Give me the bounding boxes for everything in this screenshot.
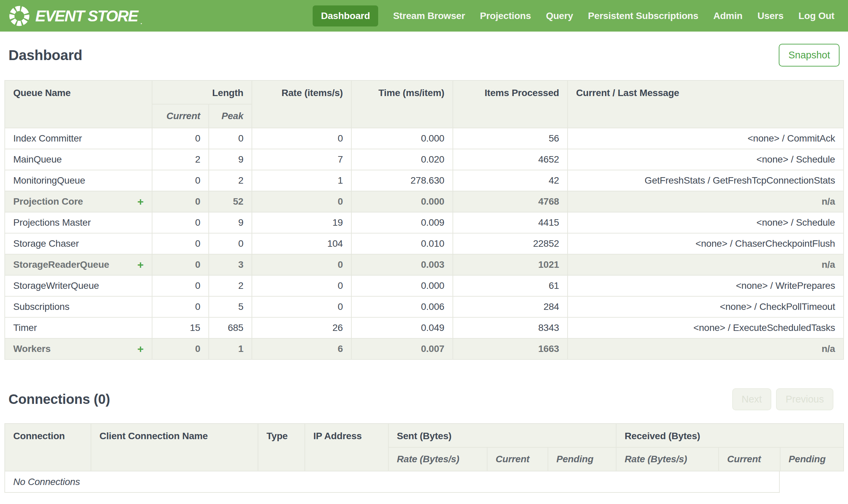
connections-table: Connection Client Connection Name Type I… [4, 423, 844, 471]
queue-length-current: 0 [152, 128, 209, 149]
queue-name: Projections Master [13, 217, 91, 228]
queue-row: Storage Chaser 0 0 104 0.010 22852 <none… [5, 233, 844, 254]
queue-items-processed: 56 [453, 128, 567, 149]
queue-row: Workers + 0 1 6 0.007 1663 n/a [5, 338, 844, 359]
col-length-peak: Peak [209, 104, 252, 128]
nav-item[interactable]: Query [546, 5, 573, 26]
col-received-rate: Rate (Bytes/s) [616, 447, 719, 471]
queue-length-current: 0 [152, 170, 209, 191]
queue-rate: 7 [252, 149, 351, 170]
queue-message: <none> / CheckPollTimeout [567, 296, 844, 317]
queue-items-processed: 1663 [453, 338, 567, 359]
queue-row: MonitoringQueue 0 2 1 278.630 42 GetFres… [5, 170, 844, 191]
queue-time: 278.630 [351, 170, 453, 191]
queue-rate: 0 [252, 191, 351, 212]
queue-length-current: 2 [152, 149, 209, 170]
queue-message: <none> / ExecuteScheduledTasks [567, 317, 844, 338]
queue-length-peak: 52 [209, 191, 252, 212]
queue-message: n/a [567, 254, 844, 275]
queue-row: MainQueue 2 9 7 0.020 4652 <none> / Sche… [5, 149, 844, 170]
queue-length-peak: 5 [209, 296, 252, 317]
queue-rate: 26 [252, 317, 351, 338]
queue-name-cell: Workers + [5, 338, 152, 359]
nav-item[interactable]: Admin [713, 5, 742, 26]
col-sent-rate: Rate (Bytes/s) [389, 447, 487, 471]
queue-length-current: 0 [152, 212, 209, 233]
queue-message: <none> / ChaserCheckpointFlush [567, 233, 844, 254]
col-rate: Rate (items/s) [252, 80, 351, 128]
queue-name-cell: StorageReaderQueue + [5, 254, 152, 275]
expand-plus-icon[interactable]: + [138, 343, 144, 354]
nav-item[interactable]: Log Out [798, 5, 834, 26]
queue-name: Timer [13, 322, 37, 333]
queue-items-processed: 4415 [453, 212, 567, 233]
queue-length-current: 0 [152, 296, 209, 317]
queue-length-peak: 0 [209, 233, 252, 254]
nav-item[interactable]: Dashboard [313, 5, 378, 26]
queue-message: n/a [567, 338, 844, 359]
queue-rate: 19 [252, 212, 351, 233]
queue-name: MonitoringQueue [13, 175, 85, 186]
col-received-pending: Pending [780, 447, 844, 471]
queue-name-cell: Index Committer [5, 128, 152, 149]
queue-message: <none> / WritePrepares [567, 275, 844, 296]
queue-message: n/a [567, 191, 844, 212]
col-length: Length [152, 80, 252, 104]
connections-pagination: Next Previous [732, 388, 833, 410]
queue-time: 0.007 [351, 338, 453, 359]
no-connections-message: No Connections [13, 476, 80, 487]
col-sent-bytes: Sent (Bytes) [389, 424, 616, 447]
snapshot-button[interactable]: Snapshot [779, 44, 840, 67]
col-received-current: Current [719, 447, 780, 471]
queue-name: StorageWriterQueue [13, 280, 99, 291]
queue-message: <none> / Schedule [567, 212, 844, 233]
queue-name: MainQueue [13, 154, 62, 165]
expand-plus-icon[interactable]: + [138, 259, 144, 270]
nav-item[interactable]: Persistent Subscriptions [588, 5, 698, 26]
queues-table-body: Index Committer 0 0 0 0.000 56 <none> / … [5, 128, 844, 359]
queue-length-peak: 2 [209, 275, 252, 296]
queue-name-cell: MainQueue [5, 149, 152, 170]
queue-rate: 6 [252, 338, 351, 359]
queue-items-processed: 8343 [453, 317, 567, 338]
page-header: Dashboard Snapshot [8, 44, 840, 67]
queue-items-processed: 61 [453, 275, 567, 296]
queue-rate: 104 [252, 233, 351, 254]
connections-title: Connections (0) [8, 392, 110, 407]
queue-message: <none> / Schedule [567, 149, 844, 170]
nav-item[interactable]: Users [757, 5, 783, 26]
queue-time: 0.010 [351, 233, 453, 254]
queue-name-cell: Storage Chaser [5, 233, 152, 254]
queue-length-current: 15 [152, 317, 209, 338]
queue-length-peak: 9 [209, 149, 252, 170]
brand-trademark: . [141, 19, 142, 26]
eventstore-logo-icon [8, 5, 31, 27]
queue-length-current: 0 [152, 254, 209, 275]
queue-items-processed: 284 [453, 296, 567, 317]
nav-item[interactable]: Projections [480, 5, 531, 26]
expand-plus-icon[interactable]: + [138, 196, 144, 207]
queue-name-cell: StorageWriterQueue [5, 275, 152, 296]
queue-time: 0.020 [351, 149, 453, 170]
queue-row: Projections Master 0 9 19 0.009 4415 <no… [5, 212, 844, 233]
brand: EVENT STORE . [8, 5, 142, 27]
queue-name: StorageReaderQueue [13, 259, 109, 270]
brand-name: EVENT STORE [35, 8, 138, 24]
next-button[interactable]: Next [732, 388, 772, 410]
queue-time: 0.049 [351, 317, 453, 338]
queue-items-processed: 1021 [453, 254, 567, 275]
queue-name: Storage Chaser [13, 238, 79, 249]
queue-length-current: 0 [152, 338, 209, 359]
col-sent-current: Current [487, 447, 548, 471]
previous-button[interactable]: Previous [776, 388, 833, 410]
nav-item[interactable]: Stream Browser [393, 5, 465, 26]
top-navbar: EVENT STORE . DashboardStream BrowserPro… [0, 0, 848, 32]
col-received-bytes: Received (Bytes) [616, 424, 844, 447]
queue-items-processed: 4652 [453, 149, 567, 170]
queue-time: 0.009 [351, 212, 453, 233]
queue-items-processed: 42 [453, 170, 567, 191]
queue-items-processed: 4768 [453, 191, 567, 212]
col-client-connection-name: Client Connection Name [91, 424, 258, 471]
queue-length-peak: 2 [209, 170, 252, 191]
queue-message: <none> / CommitAck [567, 128, 844, 149]
